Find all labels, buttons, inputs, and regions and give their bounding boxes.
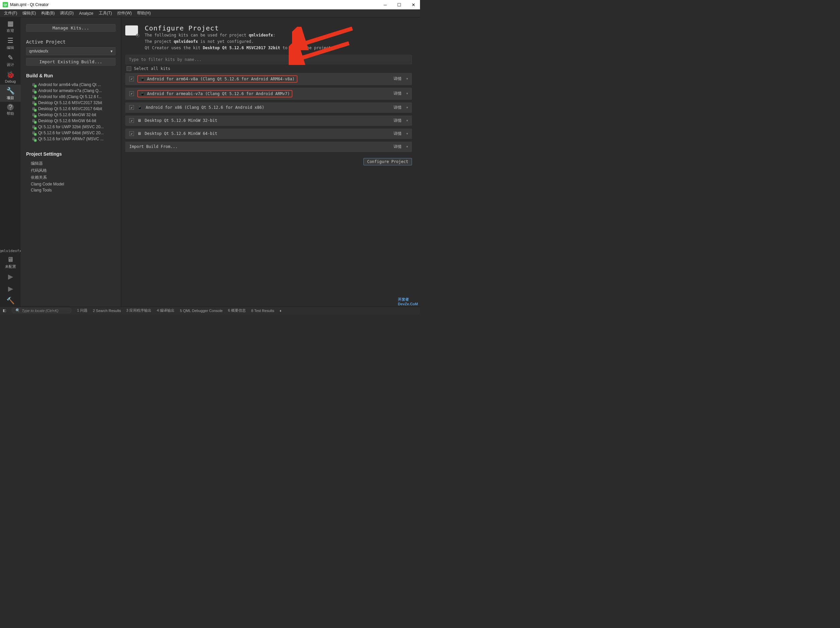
kit-icon: 🖥+ (31, 124, 36, 129)
kit-detail-button[interactable]: 详情 (393, 91, 401, 96)
project-setting-item[interactable]: 依赖关系 (26, 174, 115, 181)
kit-detail-button[interactable]: 详情 (393, 76, 401, 82)
sidebar-kit-item[interactable]: 🖥+Desktop Qt 5.12.6 MinGW 64-bit (26, 118, 115, 124)
configure-title: Configure Project (145, 24, 333, 32)
manage-kits-button[interactable]: Manage Kits... (26, 24, 115, 32)
menu-build[interactable]: 构建(B) (39, 10, 57, 17)
output-pane-selector-icon[interactable]: ♦ (279, 308, 282, 313)
run-button[interactable]: ▶ (0, 271, 21, 283)
current-project-label: qmlvideofx (0, 247, 21, 254)
grid-icon: ▦ (0, 19, 21, 27)
mode-edit[interactable]: ☰编辑 (0, 35, 21, 52)
window-title: Main.qml - Qt Creator (10, 2, 381, 7)
chevron-down-icon: ▼ (406, 92, 408, 95)
kit-detail-button[interactable]: 详情 (393, 131, 401, 137)
menu-file[interactable]: 文件(F) (2, 10, 19, 17)
app-icon: Qt (3, 2, 8, 7)
sidebar-kit-item[interactable]: 🖥+Qt 5.12.6 for UWP 32bit (MSVC 20... (26, 124, 115, 130)
sidebar-kit-item[interactable]: 🖥+Android for armeabi-v7a (Clang Q... (26, 88, 115, 94)
menu-debug[interactable]: 调试(D) (58, 10, 76, 17)
mode-design[interactable]: ✎设计 (0, 52, 21, 69)
kit-card[interactable]: ✓🖥Desktop Qt 5.12.6 MinGW 32-bit详情▼ (125, 115, 412, 126)
device-icon: 📱 (137, 105, 142, 110)
build-run-heading: Build & Run (26, 73, 115, 78)
menu-analyze[interactable]: Analyze (77, 10, 95, 16)
close-button[interactable]: ✕ (409, 2, 417, 7)
content-area: ⚙ Configure Project The following kits c… (121, 17, 420, 307)
sb-compile-output[interactable]: 4 编译输出 (157, 308, 175, 313)
kit-detail-button[interactable]: 详情 (393, 105, 401, 110)
project-setting-item[interactable]: 编辑器 (26, 160, 115, 167)
kit-checkbox[interactable]: ✓ (129, 118, 134, 123)
kit-card[interactable]: ✓📱Android for x86 (Clang Qt 5.12.6 for A… (125, 102, 412, 113)
sidebar-kit-item[interactable]: 🖥+Qt 5.12.6 for UWP 64bit (MSVC 20... (26, 130, 115, 136)
monitor-icon: 🖥 (0, 256, 21, 263)
mode-projects[interactable]: 🔧项目 (0, 85, 21, 102)
active-project-heading: Active Project (26, 39, 115, 44)
debug-run-button[interactable]: ▶ (0, 283, 21, 294)
kit-card[interactable]: ✓📱Android for arm64-v8a (Clang Qt 5.12.6… (125, 73, 412, 85)
device-icon: 🖥 (137, 118, 141, 123)
configure-project-button[interactable]: Configure Project (363, 158, 412, 165)
project-dropdown[interactable]: qmlvideofx ▾ (26, 47, 115, 55)
sidebar-kit-item[interactable]: 🖥+Android for arm64-v8a (Clang Qt ... (26, 82, 115, 88)
mode-welcome[interactable]: ▦欢迎 (0, 17, 21, 35)
wrench-icon: 🔧 (0, 87, 21, 95)
device-icon: 📱 (140, 91, 145, 96)
build-button[interactable]: 🔨 (0, 294, 21, 307)
status-bar: ◧ 🔍 Type to locate (Ctrl+K) 1 问题 2 Searc… (0, 307, 420, 314)
sb-test-results[interactable]: 8 Test Results (251, 308, 274, 313)
chevron-down-icon: ▾ (111, 49, 112, 54)
mode-help[interactable]: ?帮助 (0, 102, 21, 118)
sidebar-kit-item[interactable]: 🖥+Desktop Qt 5.12.6 MSVC2017 32bit (26, 100, 115, 106)
sb-app-output[interactable]: 3 应用程序输出 (126, 308, 152, 313)
kit-icon: 🖥+ (31, 131, 36, 135)
sidebar-toggle-icon[interactable]: ◧ (3, 308, 6, 313)
minimize-button[interactable]: ─ (381, 2, 389, 7)
window-title-bar: Qt Main.qml - Qt Creator ─ ☐ ✕ (0, 0, 420, 9)
project-setting-item[interactable]: Clang Code Model (26, 181, 115, 187)
menu-tools[interactable]: 工具(T) (97, 10, 114, 17)
sidebar-kit-item[interactable]: 🖥+Desktop Qt 5.12.6 MSVC2017 64bit (26, 106, 115, 112)
import-build-button[interactable]: Import Existing Build... (26, 58, 115, 66)
import-build-row[interactable]: Import Build From... 详情 ▼ (125, 142, 412, 152)
sb-qml-console[interactable]: 5 QML Debugger Console (180, 308, 223, 313)
search-icon: 🔍 (15, 308, 20, 313)
kit-icon: 🖥+ (31, 94, 36, 99)
select-all-checkbox[interactable] (126, 66, 131, 71)
kit-checkbox[interactable]: ✓ (129, 77, 134, 81)
project-setting-item[interactable]: Clang Tools (26, 187, 115, 193)
sb-search-results[interactable]: 2 Search Results (93, 308, 121, 313)
kit-icon: 🖥+ (31, 112, 36, 117)
sb-general[interactable]: 6 概要信息 (228, 308, 246, 313)
kit-icon: 🖥+ (31, 88, 36, 93)
pencil-icon: ✎ (0, 54, 21, 61)
maximize-button[interactable]: ☐ (395, 2, 403, 7)
select-all-kits[interactable]: Select all kits (125, 64, 412, 73)
kit-filter-input[interactable]: Type to filter kits by name... (125, 55, 412, 64)
kit-checkbox[interactable]: ✓ (129, 131, 134, 136)
menu-edit[interactable]: 编辑(E) (21, 10, 38, 17)
locator-input[interactable]: 🔍 Type to locate (Ctrl+K) (11, 308, 72, 313)
kit-checkbox[interactable]: ✓ (129, 105, 134, 110)
mode-selector: ▦欢迎 ☰编辑 ✎设计 🐞Debug 🔧项目 ?帮助 qmlvideofx 🖥未… (0, 17, 21, 307)
hammer-icon: 🔨 (6, 297, 15, 304)
menu-help[interactable]: 帮助(H) (135, 10, 153, 17)
kit-detail-button[interactable]: 详情 (393, 118, 401, 124)
project-setting-item[interactable]: 代码风格 (26, 167, 115, 174)
kit-icon: 🖥+ (31, 118, 36, 123)
kit-card[interactable]: ✓📱Android for armeabi-v7a (Clang Qt 5.12… (125, 88, 412, 100)
sidebar-kit-item[interactable]: 🖥+Desktop Qt 5.12.6 MinGW 32-bit (26, 112, 115, 118)
play-debug-icon: ▶ (8, 285, 13, 292)
project-settings-heading: Project Settings (26, 151, 115, 157)
sidebar-kit-item[interactable]: 🖥+Qt 5.12.6 for UWP ARMv7 (MSVC ... (26, 136, 115, 142)
kit-selector[interactable]: 🖥未配置 (0, 254, 21, 271)
kit-icon: 🖥+ (31, 101, 36, 105)
device-icon: 🖥 (137, 131, 141, 136)
mode-debug[interactable]: 🐞Debug (0, 69, 21, 85)
kit-card[interactable]: ✓🖥Desktop Qt 5.12.6 MinGW 64-bit详情▼ (125, 129, 412, 139)
sb-issues[interactable]: 1 问题 (77, 308, 87, 313)
menu-widgets[interactable]: 控件(W) (115, 10, 134, 17)
kit-checkbox[interactable]: ✓ (129, 91, 134, 96)
sidebar-kit-item[interactable]: 🖥+Android for x86 (Clang Qt 5.12.6 f... (26, 94, 115, 100)
